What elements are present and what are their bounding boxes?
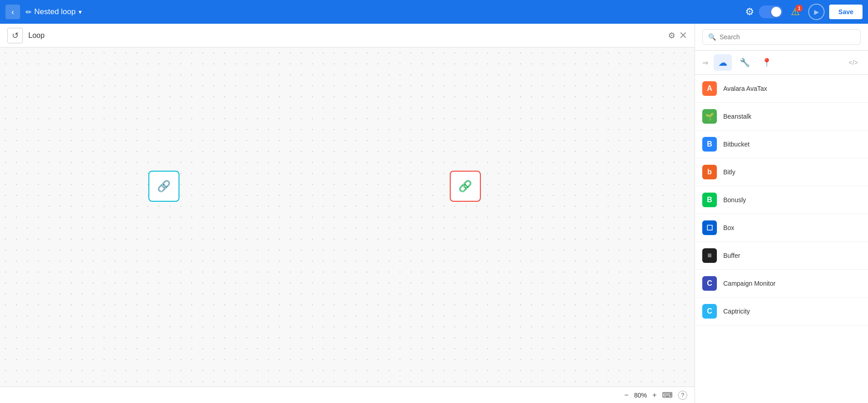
list-item[interactable]: C Captricity (695, 298, 868, 325)
link-icon-green: 🔗 (157, 180, 171, 193)
zoom-in-button[interactable]: + (652, 391, 657, 399)
chevron-down-icon[interactable]: ▾ (79, 8, 82, 16)
search-bar: 🔍 (695, 24, 868, 51)
search-input[interactable] (720, 33, 855, 41)
list-item[interactable]: B Bitbucket (695, 131, 868, 158)
help-button[interactable]: ? (678, 391, 687, 400)
list-item[interactable]: b Bitly (695, 158, 868, 186)
toggle-switch[interactable] (759, 5, 783, 18)
loop-refresh-icon: ↺ (12, 31, 19, 41)
loop-header: ↺ Loop ⚙ ✕ (0, 24, 694, 47)
wrench-icon: 🔧 (740, 58, 750, 68)
app-name: Campaign Monitor (723, 280, 775, 287)
link-icon-red: 🔗 (458, 180, 472, 193)
play-button[interactable]: ▶ (808, 4, 825, 20)
toggle-thumb (771, 7, 781, 17)
app-name: Beanstalk (723, 113, 751, 120)
list-item[interactable]: A Avalara AvaTax (695, 75, 868, 103)
search-icon: 🔍 (708, 33, 716, 41)
bottom-bar: − 80% + ⌨ ? (0, 387, 694, 403)
list-item[interactable]: 🌱 Beanstalk (695, 103, 868, 131)
app-name: Bitbucket (723, 141, 750, 148)
close-icon: ✕ (679, 30, 687, 41)
alert-badge: 1 (795, 5, 803, 12)
node-green[interactable]: 🔗 (148, 171, 179, 202)
app-name: Bonusly (723, 196, 746, 204)
tab-apps[interactable]: ☁ (714, 54, 732, 71)
app-icon: ☐ (702, 220, 717, 235)
node-red[interactable]: 🔗 (450, 171, 481, 202)
top-header: ‹ ✏ Nested loop ▾ ⚙ ⚠ 1 ▶ Save (0, 0, 868, 24)
loop-title: Loop (28, 31, 663, 40)
loop-header-right: ⚙ ✕ (668, 30, 687, 42)
app-icon: A (702, 81, 717, 96)
workflow-title: Nested loop (34, 7, 76, 16)
loop-gear-icon: ⚙ (668, 31, 675, 40)
app-icon: ≡ (702, 248, 717, 263)
app-icon: b (702, 165, 717, 179)
right-panel: 🔍 ⇒ ☁ 🔧 📍 </> A Avalara AvaTax (694, 24, 868, 403)
settings-button[interactable]: ⚙ (745, 6, 754, 18)
workflow-title-area: ✏ Nested loop ▾ (26, 7, 740, 16)
zoom-level: 80% (634, 392, 647, 399)
list-item[interactable]: ☐ Box (695, 214, 868, 242)
zoom-out-button[interactable]: − (624, 391, 628, 399)
loop-icon: ↺ (7, 28, 23, 43)
alert-button[interactable]: ⚠ 1 (787, 4, 804, 20)
pencil-icon: ✏ (26, 8, 32, 16)
keyboard-icon: ⌨ (662, 391, 673, 399)
back-button[interactable]: ‹ (5, 5, 20, 19)
back-icon: ‹ (11, 7, 14, 17)
app-icon: 🌱 (702, 109, 717, 124)
app-name: Captricity (723, 308, 750, 315)
app-name: Bitly (723, 168, 735, 176)
gear-icon: ⚙ (745, 6, 754, 17)
app-name: Avalara AvaTax (723, 85, 767, 92)
canvas-container: ↺ Loop ⚙ ✕ 🔗 🔗 − (0, 24, 694, 403)
question-mark-icon: ? (678, 391, 687, 400)
list-item[interactable]: ≡ Buffer (695, 242, 868, 270)
location-icon: 📍 (762, 58, 772, 68)
app-icon: C (702, 276, 717, 291)
tab-row: ⇒ ☁ 🔧 📍 </> (695, 51, 868, 75)
loop-settings-button[interactable]: ⚙ (668, 31, 675, 41)
save-button[interactable]: Save (829, 5, 863, 19)
tab-tools[interactable]: 🔧 (736, 54, 754, 71)
app-name: Buffer (723, 252, 740, 259)
app-icon: C (702, 304, 717, 319)
search-input-wrapper: 🔍 (702, 29, 861, 45)
main-area: ↺ Loop ⚙ ✕ 🔗 🔗 − (0, 24, 868, 403)
list-item[interactable]: C Campaign Monitor (695, 270, 868, 298)
app-icon: B (702, 137, 717, 152)
cloud-icon: ☁ (718, 57, 727, 68)
header-right: ⚙ ⚠ 1 ▶ Save (745, 4, 863, 20)
loop-close-button[interactable]: ✕ (679, 30, 687, 42)
app-list: A Avalara AvaTax 🌱 Beanstalk B Bitbucket… (695, 75, 868, 403)
canvas[interactable]: 🔗 🔗 (0, 47, 694, 387)
list-item[interactable]: B Bonusly (695, 186, 868, 214)
app-name: Box (723, 224, 734, 231)
forward-icon: ⇒ (702, 58, 708, 67)
toggle-track (759, 5, 783, 18)
app-icon: B (702, 193, 717, 207)
tab-code[interactable]: </> (846, 57, 861, 68)
keyboard-button[interactable]: ⌨ (662, 391, 673, 399)
play-icon: ▶ (814, 8, 819, 16)
tab-triggers[interactable]: 📍 (758, 54, 776, 71)
